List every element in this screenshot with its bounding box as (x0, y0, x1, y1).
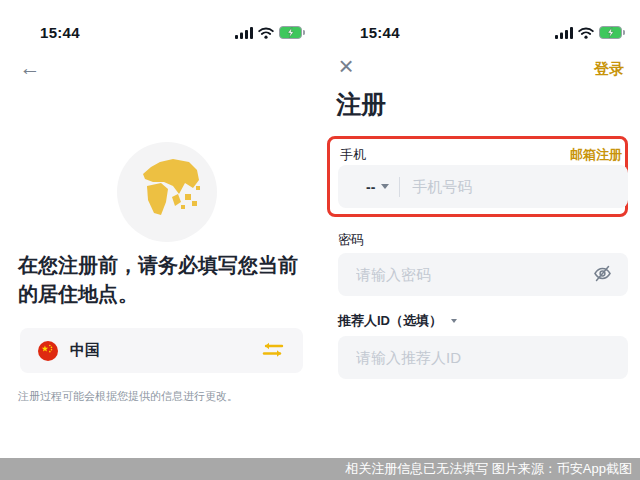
country-code-value: -- (366, 179, 375, 195)
password-input-group (338, 253, 628, 296)
status-time: 15:44 (360, 24, 400, 41)
page-title: 注册 (336, 88, 386, 121)
country-selector[interactable]: 中国 (20, 328, 303, 373)
toggle-password-visibility-button[interactable] (585, 253, 628, 296)
referral-label: 推荐人ID（选填） (338, 312, 442, 330)
phone-input[interactable] (412, 165, 628, 208)
referral-label-row: 推荐人ID（选填） (338, 312, 459, 330)
referral-dropdown-button[interactable] (449, 317, 459, 325)
back-button[interactable]: ← (16, 56, 44, 80)
wifi-icon (578, 27, 594, 39)
watermark-bar: 相关注册信息已无法填写 图片来源：币安App截图 (0, 458, 640, 480)
watermark-text: 相关注册信息已无法填写 图片来源：币安App截图 (345, 460, 632, 478)
referral-input-group (338, 336, 628, 379)
status-icons (555, 26, 625, 39)
swap-country-button[interactable] (261, 341, 285, 361)
left-screen-country-select: 15:44 ← (0, 0, 320, 480)
password-label: 密码 (338, 231, 364, 249)
close-icon: × (338, 51, 353, 81)
back-arrow-icon: ← (20, 56, 41, 79)
chevron-down-icon (381, 184, 389, 189)
cellular-icon (555, 27, 573, 39)
login-link[interactable]: 登录 (594, 60, 624, 79)
password-input[interactable] (338, 253, 585, 296)
globe-icon (117, 142, 217, 242)
screenshot-canvas: 15:44 ← (0, 0, 640, 480)
china-flag-icon (38, 341, 58, 361)
email-register-link[interactable]: 邮箱注册 (570, 146, 622, 164)
status-time: 15:44 (40, 24, 80, 41)
referral-input[interactable] (338, 336, 628, 379)
right-screen-register-form: 15:44 × 登录 注册 手机 邮箱注册 -- 密 (320, 0, 640, 480)
phone-input-group: -- (338, 165, 628, 208)
headline: 在您注册前，请务必填写您当前的居住地点。 (18, 251, 310, 309)
close-button[interactable]: × (332, 52, 360, 80)
register-note: 注册过程可能会根据您提供的信息进行更改。 (18, 389, 238, 404)
battery-icon (599, 26, 625, 39)
swap-icon (261, 347, 285, 362)
battery-icon (279, 26, 305, 39)
wifi-icon (258, 27, 274, 39)
triangle-down-icon (451, 319, 457, 323)
country-name: 中国 (70, 341, 261, 360)
cellular-icon (235, 27, 253, 39)
eye-off-icon (593, 265, 612, 285)
phone-label: 手机 (340, 146, 366, 164)
status-icons (235, 26, 305, 39)
input-divider (399, 177, 400, 197)
country-code-selector[interactable]: -- (338, 165, 399, 208)
